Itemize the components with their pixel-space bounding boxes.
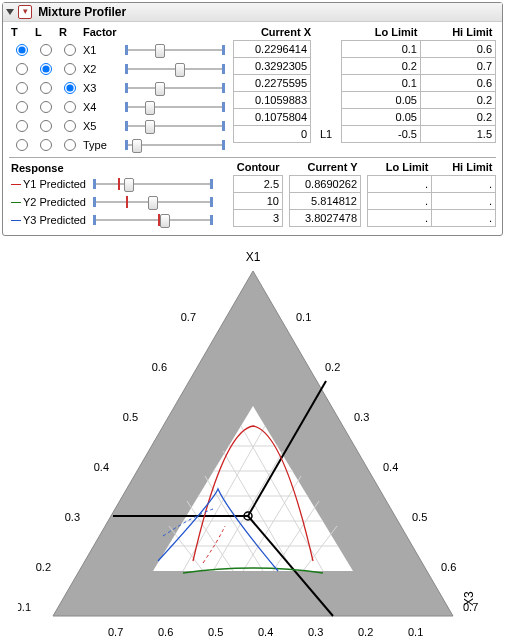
hotspot-icon[interactable]: ▾ [18, 5, 32, 19]
factor-row: Type [9, 135, 227, 154]
factor-row: X2 [9, 59, 227, 78]
response-slider[interactable] [93, 196, 213, 208]
tick-left-0.4: 0.4 [93, 461, 108, 473]
resp-lo-limit-cell[interactable]: . [368, 193, 432, 210]
response-row: Y2 Predicted [9, 193, 227, 211]
hi-limit-cell[interactable]: 0.6 [420, 41, 495, 58]
tick-right-0.1: 0.1 [296, 311, 311, 323]
axis-label-x1: X1 [245, 250, 260, 264]
resp-hi-limit-cell[interactable]: . [432, 210, 496, 227]
lo-limit-cell[interactable]: 0.05 [342, 109, 421, 126]
factor-slider[interactable] [125, 83, 225, 93]
factor-slider[interactable] [125, 140, 225, 150]
contour-value-cell[interactable]: 2.5 [234, 176, 283, 193]
response-row: Y3 Predicted [9, 211, 227, 229]
radio-t[interactable] [16, 82, 28, 94]
mixture-profiler-panel: ▾ Mixture Profiler T L R Factor X1X2X3X4… [2, 2, 503, 236]
lo-limit-cell[interactable]: 0.1 [342, 41, 421, 58]
factor-name: X1 [81, 40, 123, 59]
current-y-header: Current Y [290, 161, 361, 176]
response-limits-table: Lo Limit Hi Limit ...... [367, 161, 496, 227]
factor-slider[interactable] [125, 64, 225, 74]
factor-name: X2 [81, 59, 123, 78]
resp-hi-limit-cell[interactable]: . [432, 193, 496, 210]
current-x-table: 0.22964140.32923050.22755950.10598830.10… [233, 40, 311, 143]
radio-t[interactable] [16, 63, 28, 75]
response-name: Y1 Predicted [9, 175, 91, 193]
tick-bottom-0.4: 0.4 [258, 626, 273, 638]
radio-l[interactable] [40, 120, 52, 132]
factor-value-cell[interactable]: 0.1075804 [234, 109, 311, 126]
tick-right-0.2: 0.2 [325, 361, 340, 373]
factor-name: X5 [81, 116, 123, 135]
factor-value-cell[interactable]: 0 [234, 126, 311, 143]
radio-r[interactable] [64, 101, 76, 113]
current-y-cell: 3.8027478 [290, 210, 361, 227]
response-name: Y3 Predicted [9, 211, 91, 229]
radio-r[interactable] [64, 82, 76, 94]
hi-limit-cell[interactable]: 0.6 [420, 75, 495, 92]
factor-value-cell[interactable]: 0.2296414 [234, 41, 311, 58]
hi-limit-cell[interactable]: 0.7 [420, 58, 495, 75]
hi-limit-cell[interactable]: 0.2 [420, 109, 495, 126]
resp-lo-limit-cell[interactable]: . [368, 176, 432, 193]
lo-limit-cell[interactable]: 0.1 [342, 75, 421, 92]
radio-t[interactable] [16, 44, 28, 56]
radio-t[interactable] [16, 101, 28, 113]
response-color-swatch [11, 184, 21, 186]
lo-limit-header: Lo Limit [342, 26, 421, 41]
lo-limit-cell[interactable]: 0.2 [342, 58, 421, 75]
ternary-plot[interactable]: 0.1 0.2 0.3 0.4 0.5 0.6 0.7 0.7 0.6 0.5 … [18, 246, 488, 641]
factor-value-cell[interactable]: 0.2275595 [234, 75, 311, 92]
response-name: Y2 Predicted [9, 193, 91, 211]
factor-row: X3 [9, 78, 227, 97]
response-slider[interactable] [93, 214, 213, 226]
lo-limit-cell[interactable]: -0.5 [342, 126, 421, 143]
tick-left-0.6: 0.6 [151, 361, 166, 373]
radio-r[interactable] [64, 120, 76, 132]
hi-limit-header: Hi Limit [420, 26, 495, 41]
tick-bottom-0.7: 0.7 [108, 626, 123, 638]
radio-l[interactable] [40, 101, 52, 113]
col-header-l: L [33, 26, 57, 40]
panel-title-bar[interactable]: ▾ Mixture Profiler [3, 3, 502, 22]
radio-r[interactable] [64, 44, 76, 56]
radio-r[interactable] [64, 139, 76, 151]
tick-bottom-0.5: 0.5 [208, 626, 223, 638]
contour-value-cell[interactable]: 10 [234, 193, 283, 210]
resp-hi-limit-cell[interactable]: . [432, 176, 496, 193]
radio-r[interactable] [64, 63, 76, 75]
tick-left-0.5: 0.5 [122, 411, 137, 423]
tick-left-0.2: 0.2 [35, 561, 50, 573]
radio-l[interactable] [40, 63, 52, 75]
resp-lo-limit-header: Lo Limit [368, 161, 432, 176]
current-y-table: Current Y 0.86902625.8148123.8027478 [289, 161, 361, 227]
factor-value-cell[interactable]: 0.1059883 [234, 92, 311, 109]
factor-name: X4 [81, 97, 123, 116]
current-y-cell: 0.8690262 [290, 176, 361, 193]
factor-slider[interactable] [125, 45, 225, 55]
responses-section: Response Y1 PredictedY2 PredictedY3 Pred… [9, 161, 496, 229]
current-x-header: Current X [233, 26, 311, 40]
factor-slider[interactable] [125, 121, 225, 131]
hi-limit-cell[interactable]: 1.5 [420, 126, 495, 143]
factor-value-cell[interactable]: 0.3292305 [234, 58, 311, 75]
response-table: Response Y1 PredictedY2 PredictedY3 Pred… [9, 161, 227, 229]
response-row: Y1 Predicted [9, 175, 227, 193]
disclosure-icon[interactable] [6, 9, 14, 15]
contour-value-cell[interactable]: 3 [234, 210, 283, 227]
radio-t[interactable] [16, 139, 28, 151]
hi-limit-cell[interactable]: 0.2 [420, 92, 495, 109]
radio-l[interactable] [40, 82, 52, 94]
factor-row: X5 [9, 116, 227, 135]
response-slider[interactable] [93, 178, 213, 190]
radio-t[interactable] [16, 120, 28, 132]
resp-lo-limit-cell[interactable]: . [368, 210, 432, 227]
lo-limit-cell[interactable]: 0.05 [342, 92, 421, 109]
radio-l[interactable] [40, 44, 52, 56]
factor-slider[interactable] [125, 102, 225, 112]
radio-l[interactable] [40, 139, 52, 151]
contour-header: Contour [234, 161, 283, 176]
tick-right-0.5: 0.5 [412, 511, 427, 523]
col-header-r: R [57, 26, 81, 40]
